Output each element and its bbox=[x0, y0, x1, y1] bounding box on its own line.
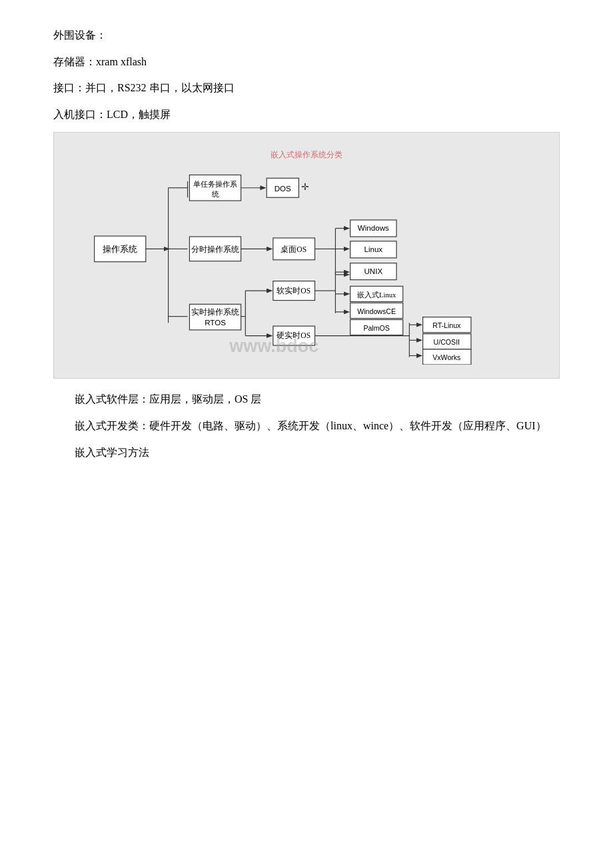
svg-text:Windows: Windows bbox=[358, 225, 389, 233]
svg-text:嵌入式Linux: 嵌入式Linux bbox=[357, 291, 396, 299]
svg-text:WindowsCE: WindowsCE bbox=[357, 307, 396, 315]
os-diagram: 嵌入式操作系统分类 操作系统 单任务操作系 统 DOS ✛ 分时操作系统 桌面O… bbox=[53, 132, 560, 379]
svg-text:Linux: Linux bbox=[364, 246, 383, 254]
svg-text:操作系统: 操作系统 bbox=[103, 245, 137, 255]
svg-text:软实时OS: 软实时OS bbox=[277, 286, 310, 295]
svg-text:嵌入式操作系统分类: 嵌入式操作系统分类 bbox=[271, 151, 342, 160]
svg-text:分时操作系统: 分时操作系统 bbox=[191, 245, 239, 255]
svg-text:PalmOS: PalmOS bbox=[363, 324, 390, 332]
svg-text:RT-Linux: RT-Linux bbox=[432, 321, 461, 329]
line6: 嵌入式开发类：硬件开发（电路、驱动）、系统开发（linux、wince）、软件开… bbox=[53, 417, 560, 435]
svg-text:RTOS: RTOS bbox=[205, 319, 226, 327]
svg-text:www.bdoc: www.bdoc bbox=[229, 336, 318, 356]
svg-text:✛: ✛ bbox=[301, 182, 309, 192]
svg-text:UNIX: UNIX bbox=[364, 267, 383, 275]
svg-text:实时操作系统: 实时操作系统 bbox=[191, 307, 239, 317]
svg-text:DOS: DOS bbox=[275, 185, 291, 193]
line2: 存储器：xram xflash bbox=[53, 53, 560, 71]
line5: 嵌入式软件层：应用层，驱动层，OS 层 bbox=[53, 391, 560, 408]
diagram-svg: 嵌入式操作系统分类 操作系统 单任务操作系 统 DOS ✛ 分时操作系统 桌面O… bbox=[61, 146, 552, 365]
line3: 接口：并口，RS232 串口，以太网接口 bbox=[53, 79, 560, 97]
line1: 外围设备： bbox=[53, 27, 560, 44]
line7: 嵌入式学习方法 bbox=[53, 444, 560, 461]
svg-text:统: 统 bbox=[212, 191, 219, 199]
svg-text:VxWorks: VxWorks bbox=[432, 354, 460, 362]
svg-text:单任务操作系: 单任务操作系 bbox=[193, 180, 237, 188]
line4: 入机接口：LCD，触摸屏 bbox=[53, 106, 560, 123]
svg-text:桌面OS: 桌面OS bbox=[281, 246, 306, 255]
svg-text:U/COSII: U/COSII bbox=[434, 338, 460, 346]
